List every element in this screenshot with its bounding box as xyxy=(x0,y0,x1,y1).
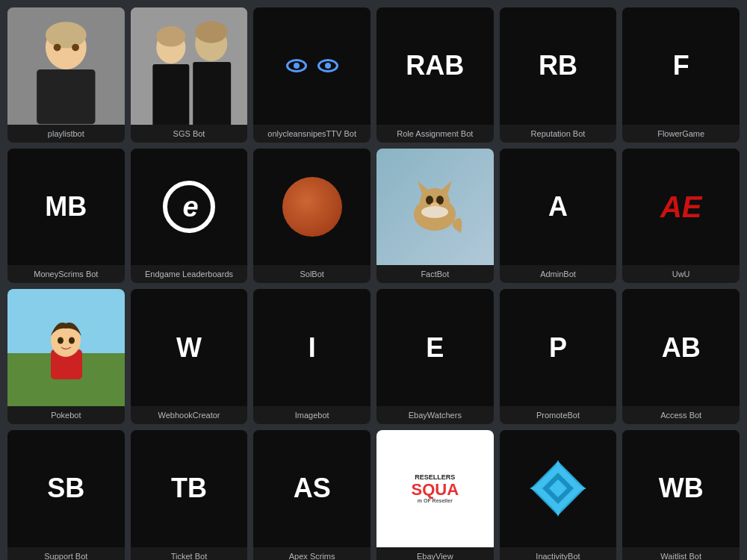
bot-card-moneyscrims[interactable]: MBMoneyScrims Bot xyxy=(7,149,125,284)
bot-card-label-pokebot: Pokebot xyxy=(7,406,125,424)
svg-rect-8 xyxy=(152,64,189,124)
bot-card-label-solbot: SolBot xyxy=(253,265,371,283)
bot-card-image-flowergame: F xyxy=(622,7,740,125)
bot-card-image-webhookcreator: W xyxy=(131,289,248,406)
bot-card-image-promotebot: P xyxy=(500,289,617,406)
bot-card-ticketbot[interactable]: TBTicket Bot xyxy=(131,430,248,560)
svg-point-9 xyxy=(156,26,185,46)
bot-card-image-ticketbot: TB xyxy=(131,430,248,547)
bot-card-label-waitlistbot: Waitlist Bot xyxy=(622,547,740,560)
bot-card-label-ebaywatchers: EbayWatchers xyxy=(376,406,494,424)
bot-card-playlistbot[interactable]: playlistbot xyxy=(7,7,125,143)
bot-card-image-accessbot: AB xyxy=(622,289,740,406)
bot-card-onlycleansnipes[interactable]: onlycleansnipesTTV Bot xyxy=(253,7,371,143)
bot-card-supportbot[interactable]: SBSupport Bot xyxy=(7,430,125,560)
bot-card-label-promotebot: PromoteBot xyxy=(500,406,617,424)
bot-card-label-onlycleansnipes: onlycleansnipesTTV Bot xyxy=(253,125,371,143)
bot-card-label-accessbot: Access Bot xyxy=(622,406,740,424)
bot-card-image-endgame xyxy=(131,149,248,266)
bot-card-image-moneyscrims: MB xyxy=(7,149,125,266)
bot-card-label-ebayview: EbayView xyxy=(376,547,494,560)
bot-card-label-webhookcreator: WebhookCreator xyxy=(131,406,248,424)
bot-card-pokebot[interactable]: Pokebot xyxy=(7,289,125,424)
bot-card-image-inactivitybot xyxy=(500,430,617,547)
svg-point-20 xyxy=(421,206,448,218)
bot-grid: playlistbot SGS BotonlycleansnipesTTV Bo… xyxy=(7,7,740,560)
bot-card-webhookcreator[interactable]: WWebhookCreator xyxy=(131,289,248,424)
bot-card-label-apexscrims: Apex Scrims xyxy=(253,547,371,560)
bot-card-label-moneyscrims: MoneyScrims Bot xyxy=(7,265,125,283)
bot-card-image-adminbot: A xyxy=(500,149,617,266)
bot-card-waitlistbot[interactable]: WBWaitlist Bot xyxy=(622,430,740,560)
bot-card-promotebot[interactable]: PPromoteBot xyxy=(500,289,617,424)
bot-card-imagebot[interactable]: IImagebot xyxy=(253,289,371,424)
bot-card-label-roleassignment: Role Assignment Bot xyxy=(376,125,494,143)
bot-card-image-onlycleansnipes xyxy=(253,7,371,125)
svg-rect-2 xyxy=(37,69,95,124)
bot-card-ebayview[interactable]: RESELLERS SQUA m OF Reseller EbayView xyxy=(376,430,494,560)
bot-card-label-ticketbot: Ticket Bot xyxy=(131,547,248,560)
bot-card-image-factbot xyxy=(376,149,494,266)
bot-card-image-supportbot: SB xyxy=(7,430,125,547)
bot-card-image-ebaywatchers: E xyxy=(376,289,494,406)
bot-card-label-uwu: UwU xyxy=(622,265,740,283)
bot-card-roleassignment[interactable]: RABRole Assignment Bot xyxy=(376,7,494,143)
bot-card-solbot[interactable]: SolBot xyxy=(253,149,371,284)
svg-point-3 xyxy=(46,22,87,49)
bot-card-apexscrims[interactable]: ASApex Scrims xyxy=(253,430,371,560)
bot-card-label-endgame: Endgame Leaderboards xyxy=(131,265,248,283)
bot-card-image-solbot xyxy=(253,149,371,266)
svg-point-4 xyxy=(54,44,61,52)
bot-card-sgsbot[interactable]: SGS Bot xyxy=(131,7,248,143)
bot-card-inactivitybot[interactable]: InactivityBot xyxy=(500,430,617,560)
bot-card-label-imagebot: Imagebot xyxy=(253,406,371,424)
bot-card-uwu[interactable]: AEUwU xyxy=(622,149,740,284)
bot-card-image-ebayview: RESELLERS SQUA m OF Reseller xyxy=(376,430,494,547)
bot-card-image-reputationbot: RB xyxy=(500,7,617,125)
bot-card-label-flowergame: FlowerGame xyxy=(622,125,740,143)
svg-point-12 xyxy=(195,22,227,43)
bot-card-label-playlistbot: playlistbot xyxy=(7,125,125,143)
svg-point-24 xyxy=(69,337,75,344)
bot-card-image-pokebot xyxy=(7,289,125,406)
bot-card-image-waitlistbot: WB xyxy=(622,430,740,547)
svg-rect-11 xyxy=(193,62,231,124)
bot-card-image-apexscrims: AS xyxy=(253,430,371,547)
bot-card-adminbot[interactable]: AAdminBot xyxy=(500,149,617,284)
bot-card-label-reputationbot: Reputation Bot xyxy=(500,125,617,143)
bot-card-image-uwu: AE xyxy=(622,149,740,266)
bot-card-label-inactivitybot: InactivityBot xyxy=(500,547,617,560)
bot-card-label-factbot: FactBot xyxy=(376,265,494,283)
bot-card-endgame[interactable]: Endgame Leaderboards xyxy=(131,149,248,284)
bot-card-image-roleassignment: RAB xyxy=(376,7,494,125)
bot-card-factbot[interactable]: FactBot xyxy=(376,149,494,284)
bot-card-image-imagebot: I xyxy=(253,289,371,406)
bot-card-accessbot[interactable]: ABAccess Bot xyxy=(622,289,740,424)
bot-card-reputationbot[interactable]: RBReputation Bot xyxy=(500,7,617,143)
bot-card-image-sgsbot xyxy=(131,7,248,125)
bot-card-label-adminbot: AdminBot xyxy=(500,265,617,283)
bot-card-flowergame[interactable]: FFlowerGame xyxy=(622,7,740,143)
bot-card-ebaywatchers[interactable]: EEbayWatchers xyxy=(376,289,494,424)
bot-card-label-sgsbot: SGS Bot xyxy=(131,125,248,143)
svg-point-23 xyxy=(58,337,63,344)
svg-point-5 xyxy=(72,44,79,52)
bot-card-image-playlistbot xyxy=(7,7,125,125)
bot-card-label-supportbot: Support Bot xyxy=(7,547,125,560)
